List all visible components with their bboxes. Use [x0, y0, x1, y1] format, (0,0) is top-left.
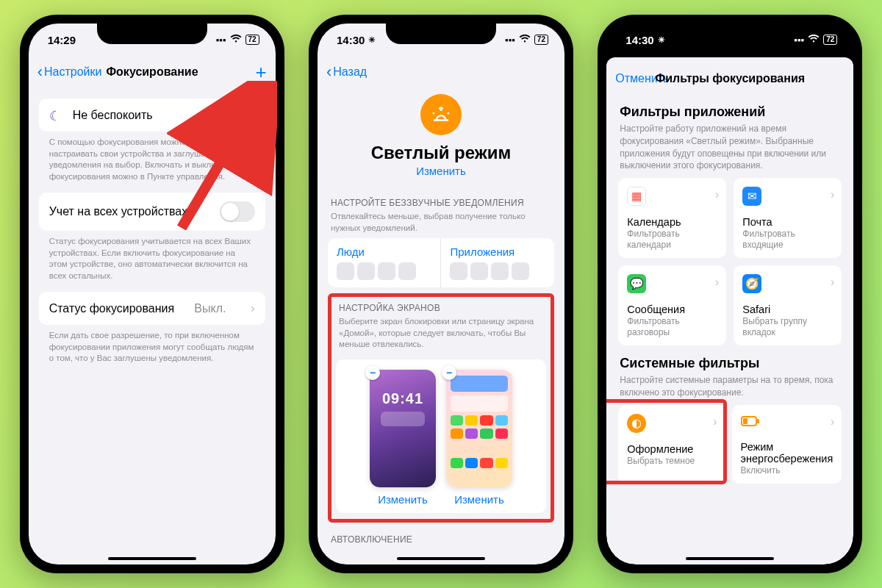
moon-icon: ☾	[49, 108, 64, 123]
sheet-nav: Отменить Фильтры фокусирования	[606, 57, 853, 94]
silence-sub: Отвлекайтесь меньше, выбрав получение то…	[328, 211, 554, 238]
cell-signal-icon: ▪▪▪	[794, 35, 804, 46]
apps-button[interactable]: Приложения	[440, 238, 554, 287]
filter-messages[interactable]: 💬 › Сообщения Фильтровать разговоры	[618, 265, 726, 345]
nav-bar: ‹ Назад	[318, 56, 564, 88]
dnd-footer: С помощью фокусирования можно гибко наст…	[39, 132, 265, 182]
chevron-left-icon: ‹	[326, 62, 331, 82]
status-right: ▪▪▪ 72	[794, 35, 837, 46]
annotation-highlight-screens: НАСТРОЙКА ЭКРАНОВ Выберите экран блокиро…	[328, 293, 554, 523]
annotation-highlight-appearance	[606, 399, 727, 484]
notch	[675, 24, 785, 44]
wifi-icon	[519, 35, 531, 46]
focus-active-icon: ☀	[658, 35, 665, 45]
back-label: Назад	[333, 65, 367, 79]
sys-filters-title: Системные фильтры	[606, 345, 853, 373]
phone-3: 14:30 ☀ ▪▪▪ 72 Отменить Фильтры фокусиро…	[598, 15, 862, 573]
silence-header: НАСТРОЙТЕ БЕЗЗВУЧНЫЕ УВЕДОМЛЕНИЯ	[328, 186, 554, 211]
chevron-right-icon: ›	[715, 276, 719, 289]
remove-lock-screen-button[interactable]: −	[365, 365, 380, 380]
screens-row: 09:41 − Изменить	[336, 359, 546, 513]
chevron-right-icon: ›	[715, 188, 719, 201]
chevron-right-icon: ›	[831, 188, 834, 201]
nav-bar: ‹ Настройки Фокусирование +	[29, 56, 276, 88]
back-button[interactable]: ‹ Настройки	[37, 62, 102, 82]
sunrise-icon	[420, 94, 462, 135]
remove-home-screen-button[interactable]: −	[442, 365, 456, 380]
filter-low-power[interactable]: › Режим энергосбережения Включить	[732, 405, 842, 484]
dnd-row[interactable]: ☾ Не беспокоить ›	[39, 98, 265, 132]
focus-status-row[interactable]: Статус фокусирования Выкл. ›	[39, 292, 265, 325]
change-lock-button[interactable]: Изменить	[370, 493, 436, 506]
auto-header: АВТОВКЛЮЧЕНИЕ	[328, 523, 554, 548]
wifi-icon	[808, 35, 820, 46]
chevron-right-icon: ›	[831, 415, 834, 429]
phone-2: 14:30 ☀ ▪▪▪ 72 ‹ Назад Светлый р	[309, 15, 573, 573]
people-button[interactable]: Люди	[328, 238, 441, 287]
status-time: 14:30	[337, 34, 365, 46]
mail-icon: ✉	[742, 187, 761, 206]
sys-filters-grid: ◐ › Оформление Выбрать темное › Режим эн…	[606, 405, 853, 484]
focus-rename-button[interactable]: Изменить	[328, 165, 554, 177]
page-title: Фокусирование	[106, 65, 198, 79]
chevron-right-icon: ›	[251, 301, 255, 316]
content: ☾ Не беспокоить › С помощью фокусировани…	[29, 88, 276, 564]
phone-1: 14:29 ▪▪▪ 72 ‹ Настройки Фокусирование +…	[20, 15, 284, 573]
back-button[interactable]: ‹ Назад	[326, 62, 367, 82]
calendar-icon: ▦	[627, 187, 646, 206]
safari-icon: 🧭	[742, 274, 761, 293]
chevron-right-icon: ›	[831, 276, 834, 289]
cell-signal-icon: ▪▪▪	[216, 35, 226, 46]
add-focus-button[interactable]: +	[255, 61, 266, 84]
battery-indicator: 72	[534, 35, 548, 45]
cell-signal-icon: ▪▪▪	[505, 35, 515, 46]
chevron-right-icon: ›	[251, 107, 255, 123]
focus-title: Светлый режим	[328, 143, 554, 163]
battery-indicator: 72	[823, 35, 837, 45]
battery-icon	[741, 414, 833, 431]
battery-indicator: 72	[245, 35, 259, 45]
messages-icon: 💬	[627, 274, 646, 293]
focus-status-value: Выкл.	[194, 302, 226, 315]
change-home-button[interactable]: Изменить	[446, 493, 512, 506]
status-right: ▪▪▪ 72	[505, 35, 548, 46]
dnd-label: Не беспокоить	[73, 109, 153, 122]
focus-status-label: Статус фокусирования	[49, 302, 174, 315]
home-indicator[interactable]	[397, 557, 485, 560]
home-indicator[interactable]	[686, 557, 774, 560]
focus-header: Светлый режим Изменить	[328, 88, 554, 186]
status-time: 14:30	[625, 34, 653, 46]
back-label: Настройки	[44, 65, 101, 79]
filter-mail[interactable]: ✉ › Почта Фильтровать входящие	[734, 178, 842, 258]
status-time: 14:29	[48, 34, 76, 46]
apps-label: Приложения	[450, 245, 545, 258]
svg-rect-2	[757, 419, 759, 423]
notch	[97, 24, 207, 44]
screens-sub: Выберите экран блокировки или страницу э…	[336, 316, 546, 355]
silence-cell: Люди Приложения	[328, 238, 554, 287]
focus-status-footer: Если дать свое разрешение, то при включе…	[39, 325, 265, 365]
people-label: Люди	[337, 245, 432, 258]
status-right: ▪▪▪ 72	[216, 35, 259, 46]
lock-time: 09:41	[382, 390, 423, 407]
filter-calendar[interactable]: ▦ › Календарь Фильтровать календари	[618, 178, 726, 258]
share-footer: Статус фокусирования учитывается на всех…	[39, 231, 265, 282]
share-label: Учет на всех устройствах	[49, 205, 188, 218]
app-filters-desc: Настройте работу приложений на время фок…	[606, 121, 853, 178]
share-toggle[interactable]	[220, 201, 255, 222]
cancel-button[interactable]: Отменить	[615, 72, 669, 85]
focus-filters-sheet: Отменить Фильтры фокусирования Фильтры п…	[606, 57, 853, 564]
share-across-devices-row[interactable]: Учет на всех устройствах	[39, 193, 265, 231]
wifi-icon	[230, 35, 242, 46]
home-screen-thumb[interactable]: − Изменить	[446, 370, 512, 506]
chevron-left-icon: ‹	[37, 62, 43, 82]
app-filters-title: Фильтры приложений	[606, 94, 853, 121]
lock-screen-thumb[interactable]: 09:41 − Изменить	[370, 370, 436, 506]
app-filters-grid: ▦ › Календарь Фильтровать календари ✉ › …	[606, 178, 853, 345]
filter-safari[interactable]: 🧭 › Safari Выбрать группу вкладок	[734, 265, 842, 345]
notch	[386, 24, 496, 44]
svg-rect-3	[743, 418, 747, 424]
content: Светлый режим Изменить НАСТРОЙТЕ БЕЗЗВУЧ…	[318, 88, 564, 564]
home-indicator[interactable]	[108, 557, 196, 560]
focus-active-icon: ☀	[368, 35, 376, 45]
